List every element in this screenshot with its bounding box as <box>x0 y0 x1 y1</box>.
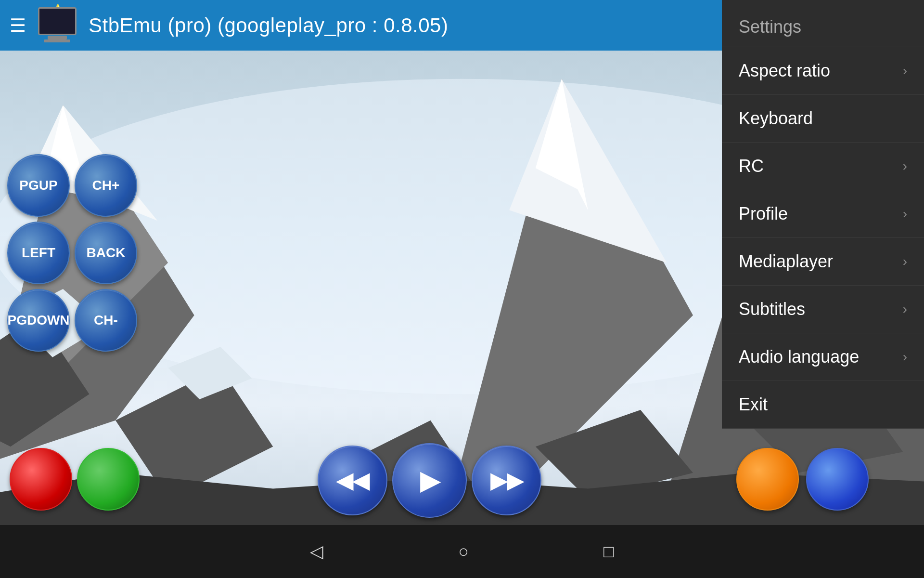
menu-item-aspect-ratio[interactable]: Aspect ratio › <box>722 47 924 95</box>
chevron-right-icon: › <box>903 63 907 79</box>
chminus-button[interactable]: CH- <box>75 289 137 352</box>
back-button[interactable]: BACK <box>75 222 137 284</box>
menu-item-keyboard-label: Keyboard <box>739 108 813 129</box>
red-button[interactable] <box>10 448 72 511</box>
tv-base <box>44 39 70 42</box>
menu-item-rc-label: RC <box>739 156 764 176</box>
menu-item-profile[interactable]: Profile › <box>722 190 924 238</box>
menu-item-aspect-ratio-label: Aspect ratio <box>739 61 830 81</box>
menu-item-rc[interactable]: RC › <box>722 143 924 190</box>
tv-screen <box>38 7 77 35</box>
left-button[interactable]: LEFT <box>7 222 70 284</box>
chevron-right-icon-rc: › <box>903 158 907 174</box>
recent-nav-button[interactable]: □ <box>603 541 614 562</box>
menu-item-mediaplayer-label: Mediaplayer <box>739 251 833 272</box>
play-icon: ▶ <box>420 466 439 495</box>
chevron-right-icon-mediaplayer: › <box>903 254 907 269</box>
app-logo: ⭐ <box>36 7 79 43</box>
menu-item-subtitles[interactable]: Subtitles › <box>722 286 924 333</box>
menu-item-mediaplayer[interactable]: Mediaplayer › <box>722 238 924 286</box>
home-nav-button[interactable]: ○ <box>458 541 469 562</box>
chplus-button[interactable]: CH+ <box>75 154 137 217</box>
menu-item-audio-language-label: Audio language <box>739 347 859 367</box>
pgdown-button[interactable]: PGDOWN <box>7 289 70 352</box>
menu-item-exit-label: Exit <box>739 394 768 415</box>
menu-header-label: Settings <box>722 5 924 47</box>
dropdown-menu: Settings Aspect ratio › Keyboard RC › Pr… <box>722 0 924 429</box>
chevron-right-icon-subtitles: › <box>903 302 907 317</box>
nav-bar: ◁ ○ □ <box>0 525 924 578</box>
pgup-button[interactable]: PGUP <box>7 154 70 217</box>
menu-item-profile-label: Profile <box>739 204 788 224</box>
tv-stand <box>48 36 67 39</box>
menu-item-keyboard[interactable]: Keyboard <box>722 95 924 143</box>
chevron-right-icon-profile: › <box>903 206 907 222</box>
menu-item-subtitles-label: Subtitles <box>739 299 805 319</box>
back-nav-button[interactable]: ◁ <box>310 541 323 562</box>
app-title: StbEmu (pro) (googleplay_pro : 0.8.05) <box>89 14 448 37</box>
rewind-icon: ◀◀ <box>336 468 369 493</box>
forward-icon: ▶▶ <box>490 468 523 493</box>
green-button[interactable] <box>77 448 140 511</box>
rewind-button[interactable]: ◀◀ <box>318 446 387 515</box>
play-button[interactable]: ▶ <box>392 443 467 518</box>
hamburger-icon[interactable]: ☰ <box>10 16 26 35</box>
chevron-right-icon-audio: › <box>903 349 907 365</box>
orange-button[interactable] <box>736 448 799 511</box>
menu-item-exit[interactable]: Exit <box>722 381 924 429</box>
blue-button[interactable] <box>806 448 869 511</box>
forward-button[interactable]: ▶▶ <box>472 446 541 515</box>
menu-item-audio-language[interactable]: Audio language › <box>722 333 924 381</box>
